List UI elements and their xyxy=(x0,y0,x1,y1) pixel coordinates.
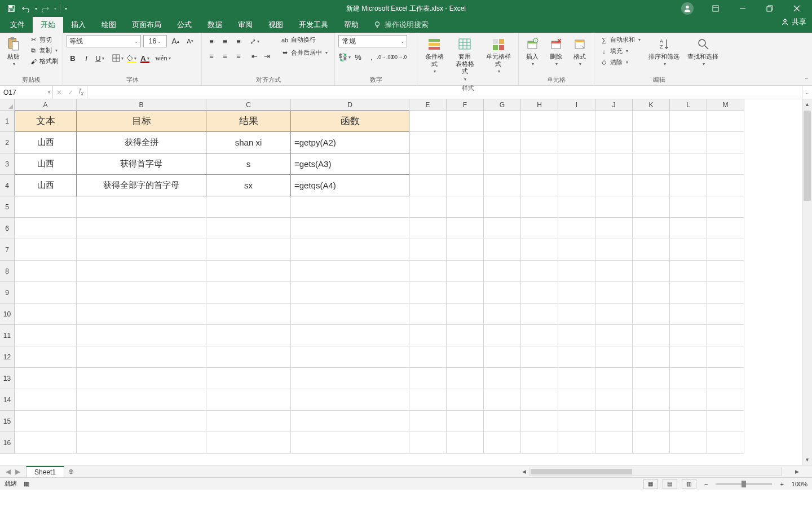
cell-B4[interactable]: 获得全部字的首字母 xyxy=(77,175,206,196)
cell-J10[interactable] xyxy=(595,304,633,325)
cell-E13[interactable] xyxy=(409,368,447,389)
cell-F12[interactable] xyxy=(447,346,484,368)
align-middle-button[interactable]: ≡ xyxy=(219,35,231,47)
cell-B8[interactable] xyxy=(77,261,206,282)
col-header-K[interactable]: K xyxy=(633,99,670,111)
cell-B12[interactable] xyxy=(77,346,206,368)
cell-B6[interactable] xyxy=(77,218,206,239)
cell-G9[interactable] xyxy=(484,282,521,304)
cell-G11[interactable] xyxy=(484,325,521,346)
page-layout-view-button[interactable]: ▤ xyxy=(663,479,677,489)
tab-insert[interactable]: 插入 xyxy=(63,17,94,33)
cell-K10[interactable] xyxy=(633,304,670,325)
cell-D11[interactable] xyxy=(291,325,409,346)
row-header-5[interactable]: 5 xyxy=(0,196,15,218)
cell-I8[interactable] xyxy=(558,261,595,282)
cell-D13[interactable] xyxy=(291,368,409,389)
cell-I4[interactable] xyxy=(558,175,595,196)
cell-F8[interactable] xyxy=(447,261,484,282)
hscroll-thumb[interactable] xyxy=(531,469,632,474)
cell-C8[interactable] xyxy=(206,261,291,282)
cell-I13[interactable] xyxy=(558,368,595,389)
cell-I1[interactable] xyxy=(558,111,595,132)
cell-L15[interactable] xyxy=(670,411,707,432)
fill-color-button[interactable]: ▾ xyxy=(125,52,138,64)
row-header-7[interactable]: 7 xyxy=(0,239,15,261)
percent-button[interactable]: % xyxy=(352,51,364,63)
tab-formulas[interactable]: 公式 xyxy=(169,17,200,33)
cell-D12[interactable] xyxy=(291,346,409,368)
cell-L3[interactable] xyxy=(670,153,707,175)
cell-M5[interactable] xyxy=(707,196,744,218)
cell-M15[interactable] xyxy=(707,411,744,432)
row-header-13[interactable]: 13 xyxy=(0,368,15,389)
cell-I2[interactable] xyxy=(558,132,595,153)
select-all-corner[interactable] xyxy=(0,99,15,111)
cell-E9[interactable] xyxy=(409,282,447,304)
sort-filter-button[interactable]: AZ排序和筛选▾ xyxy=(646,35,682,68)
cell-E5[interactable] xyxy=(409,196,447,218)
cell-M3[interactable] xyxy=(707,153,744,175)
cell-M2[interactable] xyxy=(707,132,744,153)
cell-H4[interactable] xyxy=(521,175,558,196)
ribbon-display-options[interactable] xyxy=(703,0,729,17)
cell-K12[interactable] xyxy=(633,346,670,368)
format-cells-button[interactable]: 格式▾ xyxy=(570,35,590,68)
col-header-A[interactable]: A xyxy=(15,99,77,111)
close-button[interactable] xyxy=(784,0,810,17)
cell-B3[interactable]: 获得首字母 xyxy=(77,153,206,175)
col-header-C[interactable]: C xyxy=(206,99,291,111)
cell-M6[interactable] xyxy=(707,218,744,239)
cell-L8[interactable] xyxy=(670,261,707,282)
cell-I16[interactable] xyxy=(558,432,595,454)
cell-F10[interactable] xyxy=(447,304,484,325)
row-header-2[interactable]: 2 xyxy=(0,132,15,153)
cell-A8[interactable] xyxy=(15,261,77,282)
cell-H6[interactable] xyxy=(521,218,558,239)
cell-J12[interactable] xyxy=(595,346,633,368)
cell-H13[interactable] xyxy=(521,368,558,389)
cell-H16[interactable] xyxy=(521,432,558,454)
tab-review[interactable]: 审阅 xyxy=(230,17,261,33)
italic-button[interactable]: I xyxy=(80,52,92,64)
cell-I14[interactable] xyxy=(558,389,595,411)
cell-H2[interactable] xyxy=(521,132,558,153)
cell-G6[interactable] xyxy=(484,218,521,239)
row-header-11[interactable]: 11 xyxy=(0,325,15,346)
cell-C1[interactable]: 结果 xyxy=(206,111,291,132)
cell-J16[interactable] xyxy=(595,432,633,454)
hscroll-right-icon[interactable]: ▶ xyxy=(792,469,802,474)
cell-F16[interactable] xyxy=(447,432,484,454)
cell-A16[interactable] xyxy=(15,432,77,454)
cell-J15[interactable] xyxy=(595,411,633,432)
cell-J4[interactable] xyxy=(595,175,633,196)
align-left-button[interactable]: ≡ xyxy=(205,50,218,62)
decrease-indent-button[interactable]: ⇤ xyxy=(248,50,261,62)
cell-B13[interactable] xyxy=(77,368,206,389)
find-select-button[interactable]: 查找和选择▾ xyxy=(685,35,721,68)
wrap-text-button[interactable]: ab自动换行 xyxy=(279,35,330,45)
zoom-in-button[interactable]: + xyxy=(776,481,787,487)
cell-J9[interactable] xyxy=(595,282,633,304)
cell-C5[interactable] xyxy=(206,196,291,218)
cell-E11[interactable] xyxy=(409,325,447,346)
cell-D14[interactable] xyxy=(291,389,409,411)
cell-M1[interactable] xyxy=(707,111,744,132)
cell-M8[interactable] xyxy=(707,261,744,282)
cell-I15[interactable] xyxy=(558,411,595,432)
scroll-down-icon[interactable]: ▼ xyxy=(802,455,812,465)
normal-view-button[interactable]: ▦ xyxy=(643,479,658,489)
cell-F9[interactable] xyxy=(447,282,484,304)
cell-C10[interactable] xyxy=(206,304,291,325)
cell-B11[interactable] xyxy=(77,325,206,346)
col-header-D[interactable]: D xyxy=(291,99,409,111)
cell-E14[interactable] xyxy=(409,389,447,411)
align-center-button[interactable]: ≡ xyxy=(219,50,231,62)
cell-D16[interactable] xyxy=(291,432,409,454)
cell-C3[interactable]: s xyxy=(206,153,291,175)
cell-D1[interactable]: 函数 xyxy=(291,111,409,132)
cell-A4[interactable]: 山西 xyxy=(15,175,77,196)
col-header-L[interactable]: L xyxy=(670,99,707,111)
cell-F7[interactable] xyxy=(447,239,484,261)
borders-button[interactable]: ▾ xyxy=(112,52,124,64)
